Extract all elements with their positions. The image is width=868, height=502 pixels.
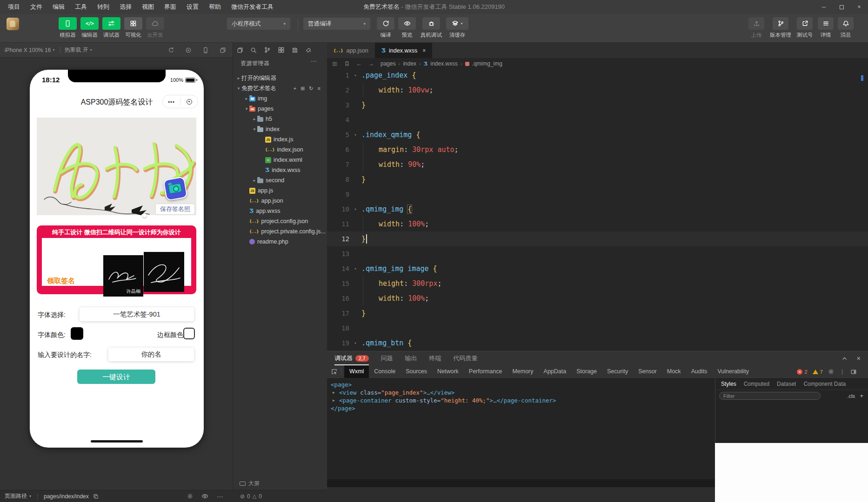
breadcrumb-item[interactable]: .qmimg_img	[472, 60, 502, 67]
fold-chevron-icon[interactable]: ▾	[349, 266, 361, 271]
devtools-tab-Performance[interactable]: Performance	[464, 365, 507, 378]
minimize-icon[interactable]: ─	[815, 0, 833, 14]
collapse-all-icon[interactable]: ≡	[318, 86, 320, 92]
exit-icon[interactable]	[180, 99, 198, 105]
tree-item-app.js[interactable]: JSapp.js	[233, 185, 327, 196]
signature-preview-image[interactable]: 保存签名照	[37, 118, 196, 215]
tree-item-h5[interactable]: ▸h5	[233, 114, 327, 124]
devtools-tab-Memory[interactable]: Memory	[507, 365, 538, 378]
fold-chevron-icon[interactable]: ▾	[349, 341, 361, 345]
collapse-panel-icon[interactable]	[841, 356, 848, 362]
tree-item-打开的编辑器[interactable]: ▸打开的编辑器	[233, 73, 327, 83]
save-all-icon[interactable]	[292, 47, 298, 53]
close-icon[interactable]: ×	[850, 0, 868, 14]
name-input[interactable]: 你的名	[108, 348, 194, 361]
调试器-button[interactable]	[102, 17, 120, 30]
tree-item-readme.php[interactable]: readme.php	[233, 237, 327, 247]
one-click-design-button[interactable]: 一键设计	[77, 370, 155, 384]
sim-preview-icon[interactable]	[201, 493, 208, 500]
close-tab-icon[interactable]: ×	[422, 47, 426, 54]
devtools-tab-Network[interactable]: Network	[432, 365, 464, 378]
tree-item-index.js[interactable]: JSindex.js	[233, 134, 327, 145]
device-frame-icon[interactable]	[202, 47, 209, 53]
save-signature-button[interactable]: 保存签名照	[156, 204, 194, 214]
devtools-tab-Audits[interactable]: Audits	[686, 365, 713, 378]
explorer-more-icon[interactable]: ⋯	[311, 58, 317, 65]
模拟器-button[interactable]	[59, 17, 77, 30]
avatar[interactable]	[7, 18, 19, 30]
image-resize-handle[interactable]	[142, 213, 147, 218]
font-color-swatch[interactable]	[71, 327, 83, 340]
清缓存-button[interactable]: ▾	[446, 17, 468, 30]
devtools-tab-Wxml[interactable]: Wxml	[344, 365, 369, 378]
tree-item-index.wxss[interactable]: Ʒindex.wxss	[233, 165, 327, 175]
devtools-tab-Sensor[interactable]: Sensor	[633, 365, 662, 378]
expand-arrow-icon[interactable]: ▶	[333, 396, 335, 404]
styles-tab-Component Data[interactable]: Component Data	[800, 378, 849, 390]
settings-gear-icon[interactable]	[828, 369, 834, 375]
styles-tab-Styles[interactable]: Styles	[717, 378, 740, 390]
wxml-node-2[interactable]: ▶<page-container custom-style="height: 4…	[327, 396, 715, 404]
版本管理-button[interactable]	[773, 17, 788, 30]
hot-reload-toggle[interactable]: 热重载 开	[64, 46, 88, 54]
files-icon[interactable]	[237, 47, 243, 53]
code-lines[interactable]: 1▾.page_index {2width: 100vw;3}45▾.index…	[327, 68, 868, 350]
tree-item-app.wxss[interactable]: Ʒapp.wxss	[233, 206, 327, 216]
tree-item-project.private.config.js...[interactable]: {..}project.private.config.js...	[233, 226, 327, 237]
git-branch-icon[interactable]	[264, 46, 271, 53]
border-color-swatch[interactable]	[183, 328, 195, 339]
devtools-tab-Mock[interactable]: Mock	[662, 365, 686, 378]
record-icon[interactable]	[185, 47, 192, 53]
debugger-tab-输出[interactable]: 输出	[405, 351, 417, 365]
brush-icon[interactable]	[305, 47, 312, 53]
wxml-tree-panel[interactable]: <page>▶<view class="page_index">…</view>…	[327, 378, 715, 479]
mode-select[interactable]: 小程序模式 ▾	[227, 18, 290, 30]
expand-arrow-icon[interactable]: ▶	[333, 389, 335, 396]
multi-window-icon[interactable]	[220, 47, 226, 53]
tree-item-pages[interactable]: ▾pages	[233, 104, 327, 114]
devtools-tab-Storage[interactable]: Storage	[571, 365, 602, 378]
page-path-value[interactable]: pages/index/index	[44, 493, 89, 500]
add-style-button[interactable]: +	[860, 392, 863, 399]
editor-tab-app.json[interactable]: {..}app.json	[327, 43, 375, 58]
styles-tab-Dataset[interactable]: Dataset	[773, 378, 800, 390]
promo-banner[interactable]: 纯手工设计 微信扫二维码让同一设计师为你设计 许晶楠 领取签名	[37, 225, 196, 294]
claim-signature-link[interactable]: 领取签名	[47, 277, 75, 285]
kebab-menu-icon[interactable]: ⋮	[839, 368, 845, 375]
预览-button[interactable]	[398, 17, 416, 30]
nav-back-icon[interactable]: ←	[356, 60, 362, 67]
restart-icon[interactable]	[168, 47, 174, 53]
详情-button[interactable]	[818, 17, 834, 30]
cls-button[interactable]: .cls	[848, 393, 855, 399]
debugger-tab-代码质量[interactable]: 代码质量	[454, 351, 478, 365]
big-screen-label[interactable]: 大屏	[248, 480, 260, 488]
debugger-tab-终端[interactable]: 终端	[429, 351, 441, 365]
more-icon[interactable]: •••	[163, 99, 180, 105]
tree-item-second[interactable]: ▸second	[233, 175, 327, 185]
tree-item-index.json[interactable]: {..}index.json	[233, 145, 327, 155]
可视化-button[interactable]	[124, 17, 142, 30]
styles-filter-input[interactable]	[719, 392, 821, 400]
outline-icon[interactable]	[332, 61, 338, 67]
devtools-tab-Security[interactable]: Security	[602, 365, 633, 378]
wxml-node-0[interactable]: <page>	[327, 381, 715, 389]
inspect-element-icon[interactable]	[327, 368, 341, 375]
new-file-icon[interactable]: +	[294, 86, 296, 92]
breadcrumb-item[interactable]: index.wxss	[430, 60, 458, 67]
device-select[interactable]: iPhone X 100% 16	[5, 47, 51, 53]
tree-item-免费艺术签名[interactable]: ▾免费艺术签名+⊞↻≡	[233, 83, 327, 93]
copy-path-icon[interactable]	[93, 494, 99, 499]
dock-side-icon[interactable]	[850, 369, 857, 375]
new-folder-icon[interactable]: ⊞	[300, 86, 305, 92]
fold-chevron-icon[interactable]: ▾	[349, 207, 361, 211]
消息-button[interactable]	[838, 17, 854, 30]
tree-item-img[interactable]: ▸img	[233, 93, 327, 104]
wxml-node-3[interactable]: </page>	[327, 404, 715, 412]
grid-icon[interactable]	[278, 46, 285, 53]
tree-item-index[interactable]: ▾index	[233, 124, 327, 134]
真机调试-button[interactable]	[422, 17, 440, 30]
search-icon[interactable]	[250, 47, 257, 53]
editor-tab-index.wxss[interactable]: Ʒindex.wxss×	[375, 43, 432, 58]
devtools-tab-Vulnerability[interactable]: Vulnerability	[712, 365, 754, 378]
nav-forward-icon[interactable]: →	[368, 60, 374, 67]
